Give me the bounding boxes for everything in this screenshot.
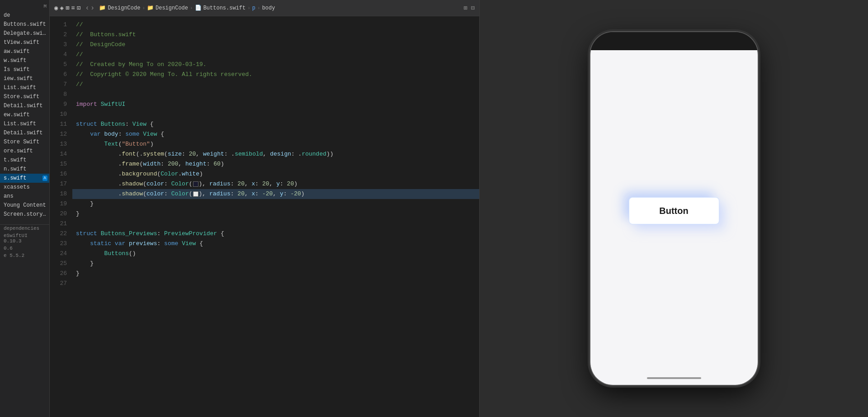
sidebar-item[interactable]: List.swift (0, 119, 49, 128)
breadcrumb-sep-4: › (257, 5, 260, 11)
code-line-16: .background(Color.white) (72, 169, 479, 179)
sidebar-header: M (0, 0, 49, 11)
circle-icon: ◉ (54, 4, 58, 12)
toolbar-icons: ◉ ◈ ⊞ ≡ ⊡ (54, 4, 80, 12)
split-icon[interactable]: ⊟ (471, 4, 475, 12)
code-line-19: } (72, 199, 479, 209)
phone-bottom-bar (590, 371, 758, 385)
sidebar-dep-v1: 0.6 (0, 245, 49, 252)
code-line-9: import SwiftUI (72, 100, 479, 109)
sidebar-item[interactable]: Detail.swift (0, 128, 49, 137)
code-line-4: // (72, 50, 479, 60)
sidebar-item[interactable]: Is swift (0, 65, 49, 74)
code-line-18: .shadow(color: Color(), radius: 20, x: -… (72, 189, 479, 199)
sidebar-item[interactable]: s.swift (0, 174, 49, 183)
toolbar-right: ⊞ ⊟ (463, 4, 475, 12)
phone-home-indicator (647, 377, 701, 379)
grid-icon: ⊞ (66, 4, 69, 12)
code-line-23: static var previews: some View { (72, 239, 479, 249)
phone-notch-area (590, 32, 758, 50)
nav-back-icon[interactable]: ‹ (85, 4, 90, 12)
breadcrumb-folder-icon-2: 📁 (147, 5, 154, 11)
breadcrumb-sep-2: › (190, 5, 193, 11)
code-line-6: // Copyright © 2020 Meng To. All rights … (72, 70, 479, 80)
code-line-17: .shadow(color: Color(), radius: 20, x: 2… (72, 179, 479, 189)
sidebar-item[interactable]: Screen.storyboard (0, 210, 49, 219)
toolbar-nav: ‹ › (85, 4, 94, 12)
list-icon: ≡ (71, 5, 75, 12)
phone-screen: Button (590, 50, 758, 371)
sidebar-item[interactable]: iew.swift (0, 74, 49, 83)
sidebar-item[interactable]: ore.swift (0, 147, 49, 156)
code-line-10 (72, 109, 479, 119)
sidebar-dep-v2: e 5.5.2 (0, 252, 49, 259)
code-line-20: } (72, 209, 479, 219)
sidebar-dep-label: dependencies (0, 225, 49, 232)
breadcrumb-sep-3: › (247, 5, 250, 11)
code-line-1: // (72, 20, 479, 30)
toolbar: ◉ ◈ ⊞ ≡ ⊡ ‹ › 📁 DesignCode › 📁 DesignCod… (50, 0, 479, 16)
preview-button: Button (629, 197, 719, 224)
sidebar-item[interactable]: t.swift (0, 156, 49, 165)
breadcrumb-file-icon: 📄 (195, 5, 202, 11)
sidebar-item[interactable]: Store.swift (0, 92, 49, 101)
breadcrumb-item-3[interactable]: Buttons.swift (203, 5, 246, 11)
code-line-11: struct Buttons: View { (72, 119, 479, 129)
editor-body[interactable]: 12345 678910 1112131415 1617181920 21222… (50, 16, 479, 417)
breadcrumb: 📁 DesignCode › 📁 DesignCode › 📄 Buttons.… (99, 5, 275, 11)
sidebar-item[interactable]: Buttons.swift (0, 20, 49, 29)
sidebar-item[interactable]: de (0, 11, 49, 20)
sidebar-item[interactable]: ew.swift (0, 110, 49, 119)
main-editor: ◉ ◈ ⊞ ≡ ⊡ ‹ › 📁 DesignCode › 📁 DesignCod… (50, 0, 479, 417)
preview-button-label: Button (659, 206, 688, 216)
code-line-22: struct Buttons_Previews: PreviewProvider… (72, 229, 479, 239)
sidebar: M de Buttons.swift Delegate.swift tView.… (0, 0, 50, 417)
sidebar-item[interactable]: aw.swift (0, 47, 49, 56)
code-line-26: } (72, 269, 479, 279)
line-numbers: 12345 678910 1112131415 1617181920 21222… (50, 16, 72, 417)
code-line-8 (72, 90, 479, 100)
code-line-2: // Buttons.swift (72, 30, 479, 40)
sidebar-item[interactable]: Detail.swift (0, 101, 49, 110)
sidebar-header-label: M (43, 4, 47, 9)
sidebar-item[interactable]: tView.swift (0, 38, 49, 47)
code-line-7: // (72, 80, 479, 90)
code-line-27 (72, 279, 479, 289)
code-line-15: .frame(width: 200, height: 60) (72, 159, 479, 169)
code-line-13: Text("Button") (72, 139, 479, 149)
sidebar-item[interactable]: w.swift (0, 56, 49, 65)
phone-notch (645, 34, 703, 47)
sidebar-dep-swiftui: eSwiftUI 0.10.3 (0, 232, 49, 245)
code-line-24: Buttons() (72, 249, 479, 259)
preview-panel: Button (479, 0, 868, 417)
sidebar-item[interactable]: n.swift (0, 165, 49, 174)
code-line-25: } (72, 259, 479, 269)
sidebar-item[interactable]: Delegate.swift (0, 29, 49, 38)
sidebar-item[interactable]: ans (0, 192, 49, 201)
breadcrumb-item-4[interactable]: p (252, 5, 255, 11)
sidebar-item[interactable]: List.swift (0, 83, 49, 92)
code-editor[interactable]: // // Buttons.swift // DesignCode // // … (72, 16, 479, 417)
layout-icon[interactable]: ⊞ (463, 4, 467, 12)
breadcrumb-folder-icon: 📁 (99, 5, 106, 11)
code-line-5: // Created by Meng To on 2020-03-19. (72, 60, 479, 70)
code-line-3: // DesignCode (72, 40, 479, 50)
breadcrumb-item-5[interactable]: body (262, 5, 275, 11)
sidebar-item[interactable]: Young Content (0, 201, 49, 210)
code-line-21 (72, 219, 479, 229)
sidebar-item[interactable]: Store Swift (0, 137, 49, 147)
code-line-12: var body: some View { (72, 129, 479, 139)
sidebar-item[interactable]: xcassets (0, 183, 49, 192)
code-line-14: .font(.system(size: 20, weight: .semibol… (72, 149, 479, 159)
breadcrumb-item-2[interactable]: DesignCode (156, 5, 188, 11)
chat-icon: ⊡ (77, 4, 80, 12)
diamond-icon: ◈ (60, 4, 63, 12)
breadcrumb-item-1[interactable]: DesignCode (108, 5, 140, 11)
breadcrumb-sep-1: › (142, 5, 145, 11)
nav-forward-icon[interactable]: › (90, 4, 95, 12)
phone-frame: Button (590, 32, 758, 385)
